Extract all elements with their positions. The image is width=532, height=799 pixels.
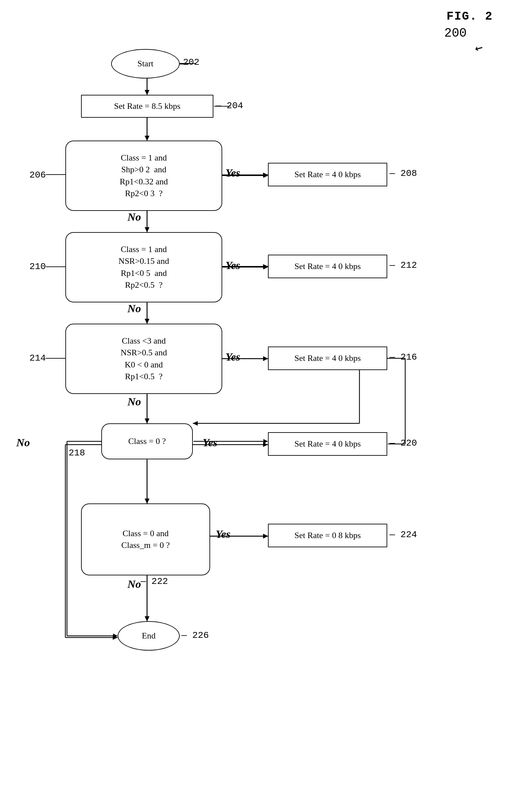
decision-214-box: Class <3 andNSR>0.5 andK0 < 0 andRp1<0.5… bbox=[65, 324, 222, 394]
svg-marker-37 bbox=[145, 136, 149, 141]
no-210: No bbox=[128, 302, 141, 315]
set-rate-224-label: Set Rate = 0 8 kbps bbox=[294, 529, 361, 541]
decision-206-label: Class = 1 andShp>0 2 andRp1<0.32 andRp2<… bbox=[120, 152, 168, 200]
flowchart-connectors bbox=[0, 0, 532, 799]
svg-marker-43 bbox=[263, 265, 268, 270]
figure-arrow: ↙ bbox=[472, 38, 487, 56]
decision-218-label: Class = 0 ? bbox=[128, 435, 166, 447]
yes-214: Yes bbox=[226, 351, 240, 363]
set-rate-216-box: Set Rate = 4 0 kbps bbox=[268, 347, 387, 370]
no-214: No bbox=[128, 395, 141, 408]
svg-marker-39 bbox=[263, 173, 268, 178]
end-node: End bbox=[118, 621, 180, 651]
svg-marker-58 bbox=[113, 634, 118, 638]
ref-202-dash bbox=[179, 64, 189, 64]
yes-206: Yes bbox=[226, 167, 240, 179]
ref-212: — 212 bbox=[390, 260, 417, 271]
ref-218: 218 bbox=[69, 448, 85, 458]
set-rate-208-label: Set Rate = 4 0 kbps bbox=[294, 169, 361, 181]
svg-marker-7 bbox=[263, 173, 268, 177]
svg-marker-15 bbox=[263, 356, 268, 361]
set-rate-212-box: Set Rate = 4 0 kbps bbox=[268, 255, 387, 278]
ref-204: — 204 bbox=[216, 101, 243, 111]
figure-title: FIG. 2 bbox=[446, 10, 493, 23]
svg-marker-13 bbox=[145, 419, 149, 423]
svg-marker-31 bbox=[145, 616, 149, 621]
yes-222: Yes bbox=[216, 528, 230, 540]
svg-marker-9 bbox=[145, 319, 149, 324]
ref-202: 202 bbox=[183, 57, 200, 67]
svg-marker-64 bbox=[145, 617, 149, 621]
set-rate-220-label: Set Rate = 4 0 kbps bbox=[294, 438, 361, 450]
svg-marker-60 bbox=[145, 499, 149, 503]
svg-marker-21 bbox=[263, 442, 268, 447]
yes-218: Yes bbox=[203, 436, 217, 449]
svg-marker-29 bbox=[263, 534, 268, 538]
extra-connectors bbox=[0, 0, 532, 799]
no-222: No bbox=[128, 578, 141, 590]
ref-210-dash bbox=[46, 266, 65, 267]
decision-218-box: Class = 0 ? bbox=[101, 423, 193, 459]
svg-marker-62 bbox=[263, 534, 268, 538]
ref-224: — 224 bbox=[390, 529, 417, 540]
svg-marker-41 bbox=[145, 227, 149, 232]
svg-marker-45 bbox=[145, 319, 149, 324]
svg-marker-33 bbox=[145, 90, 149, 95]
ref-220: — 220 bbox=[390, 438, 417, 448]
set-rate-initial-label: Set Rate = 8.5 kbps bbox=[114, 100, 180, 112]
yes-210: Yes bbox=[226, 259, 240, 272]
ref-214: 214 bbox=[30, 353, 46, 363]
decision-222-box: Class = 0 andClass_m = 0 ? bbox=[81, 503, 210, 575]
set-rate-initial-box: Set Rate = 8.5 kbps bbox=[81, 95, 213, 118]
start-node: Start bbox=[111, 49, 180, 78]
start-label: Start bbox=[137, 58, 153, 70]
set-rate-224-box: Set Rate = 0 8 kbps bbox=[268, 524, 387, 547]
decision-206-box: Class = 1 andShp>0 2 andRp1<0.32 andRp2<… bbox=[65, 141, 222, 211]
svg-marker-49 bbox=[145, 419, 149, 423]
set-rate-220-box: Set Rate = 4 0 kbps bbox=[268, 432, 387, 456]
svg-marker-27 bbox=[145, 499, 149, 503]
decision-210-label: Class = 1 andNSR>0.15 andRp1<0 5 andRp2<… bbox=[119, 244, 169, 291]
decision-222-label: Class = 0 andClass_m = 0 ? bbox=[121, 528, 170, 552]
ref-208: — 208 bbox=[390, 168, 417, 179]
ref-214-dash bbox=[46, 358, 65, 359]
decision-214-label: Class <3 andNSR>0.5 andK0 < 0 andRp1<0.5… bbox=[120, 335, 167, 383]
set-rate-212-label: Set Rate = 4 0 kbps bbox=[294, 261, 361, 272]
figure-number: 200 bbox=[444, 26, 467, 40]
set-rate-208-box: Set Rate = 4 0 kbps bbox=[268, 163, 387, 186]
no-206: No bbox=[128, 211, 141, 223]
decision-210-box: Class = 1 andNSR>0.15 andRp1<0 5 andRp2<… bbox=[65, 232, 222, 302]
ref-206-dash bbox=[46, 174, 65, 175]
page: FIG. 2 200 ↙ Start 202 Set Rate = 8.5 kb… bbox=[0, 0, 532, 799]
svg-marker-54 bbox=[263, 439, 268, 444]
no-218: No bbox=[16, 436, 30, 449]
svg-marker-19 bbox=[193, 421, 198, 426]
svg-marker-5 bbox=[145, 227, 149, 232]
end-label: End bbox=[142, 630, 155, 642]
svg-marker-1 bbox=[145, 90, 149, 95]
svg-marker-25 bbox=[113, 635, 118, 640]
ref-206: 206 bbox=[30, 170, 46, 180]
svg-marker-3 bbox=[145, 136, 149, 141]
set-rate-216-label: Set Rate = 4 0 kbps bbox=[294, 352, 361, 364]
svg-marker-47 bbox=[263, 356, 268, 361]
ref-210: 210 bbox=[30, 262, 46, 272]
ref-216: — 216 bbox=[390, 352, 417, 362]
ref-222: — 222 bbox=[140, 576, 168, 587]
svg-marker-11 bbox=[263, 264, 268, 269]
ref-226: — 226 bbox=[182, 630, 209, 640]
